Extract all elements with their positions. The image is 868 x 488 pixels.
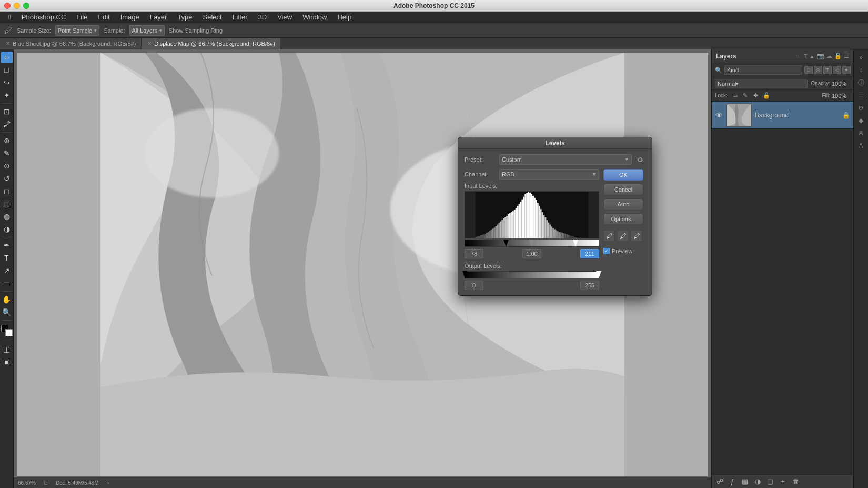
link-layers-btn[interactable]: ☍ — [714, 476, 725, 487]
blur-tool[interactable]: ◍ — [1, 211, 13, 222]
text-tool[interactable]: T — [1, 252, 13, 264]
levels-gear-btn[interactable]: ⚙ — [635, 154, 645, 165]
output-black-handle[interactable] — [462, 271, 468, 278]
levels-options-btn[interactable]: Options... — [603, 213, 643, 225]
eyedropper-black-btn[interactable]: 🖍 — [603, 230, 615, 242]
eyedropper-gray-btn[interactable]: 🖍 — [617, 230, 629, 242]
layers-icon-5[interactable]: ☁ — [826, 53, 832, 59]
layers-icon-3[interactable]: ▲ — [809, 53, 815, 59]
layers-icon-6[interactable]: 🔓 — [834, 53, 842, 59]
pen-tool[interactable]: ✒ — [1, 240, 13, 251]
dodge-tool[interactable]: ◑ — [1, 223, 13, 235]
history-brush-tool[interactable]: ↺ — [1, 173, 13, 184]
adjustment-layer-btn[interactable]: ◑ — [752, 476, 763, 487]
filter-pixel-icon[interactable]: □ — [804, 66, 813, 74]
foreground-background-colors[interactable] — [1, 325, 13, 336]
menu-edit[interactable]: Edit — [94, 12, 114, 22]
filter-adjust-icon[interactable]: ◎ — [814, 66, 822, 74]
tab-blue-sheet[interactable]: ✕ Blue Sheet.jpg @ 66.7% (Background, RG… — [0, 38, 142, 49]
minimize-button[interactable] — [14, 3, 20, 9]
preview-checkbox[interactable]: ✓ — [603, 248, 610, 254]
stamp-tool[interactable]: ⊙ — [1, 160, 13, 172]
sample-size-dropdown[interactable]: Point Sample — [55, 25, 99, 36]
panel-btn-2[interactable]: ⓘ — [855, 77, 867, 88]
group-layers-btn[interactable]: ▢ — [764, 476, 776, 487]
input-black-value[interactable]: 78 — [465, 249, 483, 258]
filter-type-icon[interactable]: T — [823, 66, 832, 74]
menu-help[interactable]: Help — [333, 12, 356, 22]
healing-brush-tool[interactable]: ⊕ — [1, 135, 13, 146]
crop-tool[interactable]: ⊡ — [1, 106, 13, 117]
lock-pixels-btn[interactable]: ✎ — [741, 92, 750, 100]
zoom-tool[interactable]: 🔍 — [1, 306, 13, 318]
layer-mask-btn[interactable]: ▤ — [739, 476, 751, 487]
delete-layer-btn[interactable]: 🗑 — [790, 476, 801, 487]
panel-btn-5[interactable]: ◆ — [855, 115, 867, 126]
menu-select[interactable]: Select — [199, 12, 226, 22]
menu-window[interactable]: Window — [298, 12, 331, 22]
layer-style-btn[interactable]: ƒ — [726, 476, 738, 487]
lock-position-btn[interactable]: ✥ — [752, 92, 760, 100]
eraser-tool[interactable]: ◻ — [1, 185, 13, 197]
output-white-handle[interactable] — [596, 271, 601, 278]
apple-menu[interactable]:  — [4, 12, 15, 22]
input-mid-value[interactable]: 1.00 — [522, 249, 541, 258]
lock-transparent-btn[interactable]: ▭ — [731, 92, 739, 100]
menu-layer[interactable]: Layer — [146, 12, 171, 22]
menu-photoshop[interactable]: Photoshop CC — [17, 12, 70, 22]
lasso-tool[interactable]: ↪ — [1, 77, 13, 88]
layers-icon-4[interactable]: 📷 — [817, 53, 824, 59]
gradient-tool[interactable]: ▦ — [1, 198, 13, 210]
layers-search-input[interactable] — [724, 65, 802, 75]
magic-wand-tool[interactable]: ✦ — [1, 89, 13, 101]
input-mid-handle[interactable] — [529, 240, 534, 247]
close-button[interactable] — [4, 3, 11, 9]
tab-close-icon-2[interactable]: ✕ — [147, 41, 152, 46]
layers-icon-2[interactable]: T — [803, 53, 807, 59]
panel-btn-3[interactable]: ☰ — [855, 89, 867, 101]
levels-auto-btn[interactable]: Auto — [603, 198, 643, 210]
layer-item-background[interactable]: 👁 Background 🔒 — [712, 102, 853, 129]
panel-btn-6[interactable]: A — [855, 127, 867, 139]
output-white-value[interactable]: 255 — [580, 281, 599, 290]
tab-displace-map[interactable]: ✕ Displace Map @ 66.7% (Background, RGB/… — [142, 38, 280, 49]
selection-tool[interactable]: □ — [1, 64, 13, 76]
lock-all-btn[interactable]: 🔓 — [762, 92, 771, 100]
panel-btn-1[interactable]: ↕ — [855, 64, 867, 76]
shape-tool[interactable]: ▭ — [1, 277, 13, 289]
filter-shape-icon[interactable]: ◁ — [833, 66, 841, 74]
quick-mask-tool[interactable]: ◫ — [1, 343, 13, 355]
brush-tool[interactable]: ✎ — [1, 147, 13, 159]
menu-type[interactable]: Type — [173, 12, 196, 22]
blend-mode-dropdown[interactable]: Normal — [715, 79, 808, 88]
path-selection-tool[interactable]: ↗ — [1, 265, 13, 276]
move-tool[interactable]: ⇦ — [1, 52, 13, 63]
eyedropper-white-btn[interactable]: 🖍 — [631, 230, 642, 242]
maximize-button[interactable] — [23, 3, 29, 9]
input-black-handle[interactable] — [503, 240, 509, 247]
input-slider[interactable] — [465, 240, 599, 247]
panel-btn-4[interactable]: ⚙ — [855, 102, 867, 114]
panel-btn-7[interactable]: A — [855, 140, 867, 152]
levels-channel-dropdown[interactable]: RGB ▼ — [499, 169, 599, 180]
eyedropper-tool-icon[interactable]: 🖊 — [4, 26, 13, 35]
levels-cancel-btn[interactable]: Cancel — [603, 184, 643, 195]
levels-preset-dropdown[interactable]: Custom ▼ — [499, 154, 632, 165]
levels-ok-btn[interactable]: OK — [603, 169, 643, 181]
screen-mode-btn[interactable]: ▣ — [1, 356, 13, 367]
layer-visibility-toggle[interactable]: 👁 — [715, 111, 723, 119]
menu-3d[interactable]: 3D — [254, 12, 271, 22]
hand-tool[interactable]: ✋ — [1, 294, 13, 305]
collapse-panel-btn[interactable]: » — [855, 52, 867, 63]
layers-icon-1[interactable]: ◾ — [794, 53, 801, 59]
menu-view[interactable]: View — [273, 12, 296, 22]
input-white-value[interactable]: 211 — [580, 249, 599, 258]
new-layer-btn[interactable]: + — [777, 476, 789, 487]
menu-filter[interactable]: Filter — [228, 12, 252, 22]
menu-image[interactable]: Image — [116, 12, 144, 22]
eyedropper-tool[interactable]: 🖍 — [1, 118, 13, 130]
menu-file[interactable]: File — [72, 12, 92, 22]
output-slider[interactable] — [465, 271, 599, 278]
tab-close-icon[interactable]: ✕ — [5, 41, 11, 46]
sample-dropdown[interactable]: All Layers — [129, 25, 165, 36]
